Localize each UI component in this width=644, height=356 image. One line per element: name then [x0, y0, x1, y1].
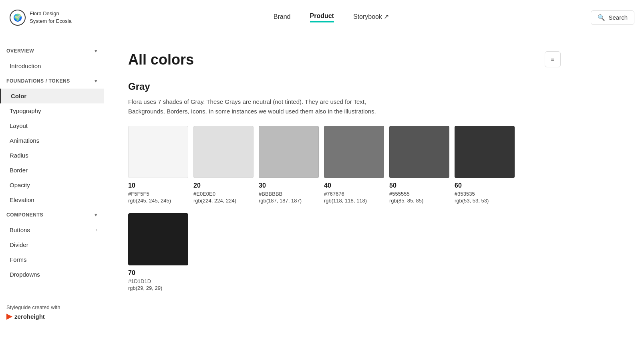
toc-button[interactable]: ≡: [545, 51, 561, 67]
swatch-box-gray-10: [128, 126, 188, 178]
nav-storybook[interactable]: Storybook ↗: [353, 13, 389, 22]
sidebar-item-typography[interactable]: Typography: [0, 103, 104, 118]
intro-label: Introduction: [10, 63, 41, 69]
swatch-gray-40: 40 #767676 rgb(118, 118, 118): [324, 126, 386, 204]
swatch-label-gray-70: 70: [128, 269, 190, 277]
components-section-header[interactable]: COMPONENTS ▾: [0, 207, 104, 222]
sidebar-item-border[interactable]: Border: [0, 163, 104, 178]
swatch-label-gray-10: 10: [128, 182, 190, 189]
swatch-hex-gray-30: #BBBBBB: [259, 191, 321, 197]
layout-label: Layout: [10, 122, 28, 129]
swatch-gray-10: 10 #F5F5F5 rgb(245, 245, 245): [128, 126, 190, 204]
logo-icon: 🌍: [10, 10, 26, 26]
swatch-rgb-gray-60: rgb(53, 53, 53): [455, 198, 517, 204]
swatch-hex-gray-40: #767676: [324, 191, 386, 197]
main-content: All colors ≡ Gray Flora uses 7 shades of…: [104, 35, 585, 336]
search-icon: 🔍: [598, 14, 605, 21]
foundations-section-header[interactable]: FOUNDATIONS / TOKENS ▾: [0, 73, 104, 89]
typography-label: Typography: [10, 107, 41, 114]
swatch-hex-gray-20: #E0E0E0: [193, 191, 256, 197]
chevron-icon: ▾: [95, 48, 97, 54]
foundations-chevron-icon: ▾: [95, 78, 97, 84]
gray-section-title: Gray: [128, 81, 561, 92]
swatch-rgb-gray-40: rgb(118, 118, 118): [324, 198, 386, 204]
logo[interactable]: 🌍 Flora Design System for Ecosia: [10, 10, 72, 26]
gray-section: Gray Flora uses 7 shades of Gray. These …: [128, 81, 561, 301]
content-header: All colors ≡: [128, 51, 561, 68]
sidebar-footer: Styleguide created with ▶ zeroheight: [0, 298, 104, 327]
swatch-box-gray-40: [324, 126, 384, 178]
sidebar-item-layout[interactable]: Layout: [0, 118, 104, 133]
page-title: All colors: [128, 51, 194, 68]
footer-brand-text: zeroheight: [14, 313, 45, 320]
search-label: Search: [608, 14, 628, 21]
overview-section-header[interactable]: OVERVIEW ▾: [0, 43, 104, 59]
sidebar-item-opacity[interactable]: Opacity: [0, 178, 104, 192]
dropdowns-label: Dropdowns: [10, 271, 40, 278]
swatch-rgb-gray-10: rgb(245, 245, 245): [128, 198, 190, 204]
elevation-label: Elevation: [10, 196, 34, 203]
swatch-label-gray-20: 20: [193, 182, 256, 189]
swatch-label-gray-30: 30: [259, 182, 321, 189]
swatch-hex-gray-60: #353535: [455, 191, 517, 197]
swatch-label-gray-40: 40: [324, 182, 386, 189]
radius-label: Radius: [10, 152, 28, 159]
swatch-rgb-gray-30: rgb(187, 187, 187): [259, 198, 321, 204]
logo-text: Flora Design System for Ecosia: [30, 10, 72, 24]
components-chevron-icon: ▾: [95, 212, 97, 218]
swatch-gray-70: 70 #1D1D1D rgb(29, 29, 29): [128, 213, 190, 291]
swatch-gray-50: 50 #555555 rgb(85, 85, 85): [389, 126, 451, 204]
swatch-box-gray-70: [128, 213, 188, 265]
sidebar-item-dropdowns[interactable]: Dropdowns: [0, 267, 104, 282]
sidebar-item-divider[interactable]: Divider: [0, 237, 104, 252]
animations-label: Animations: [10, 137, 39, 144]
buttons-arrow-icon: ›: [96, 227, 97, 233]
overview-label: OVERVIEW: [6, 48, 34, 54]
divider-label: Divider: [10, 241, 28, 248]
color-label: Color: [11, 93, 26, 99]
footer-brand[interactable]: ▶ zeroheight: [6, 312, 97, 321]
swatch-box-gray-20: [193, 126, 254, 178]
swatch-hex-gray-10: #F5F5F5: [128, 191, 190, 197]
swatch-box-gray-50: [389, 126, 449, 178]
nav-product[interactable]: Product: [310, 12, 334, 22]
swatch-rgb-gray-70: rgb(29, 29, 29): [128, 285, 190, 291]
swatch-box-gray-60: [455, 126, 515, 178]
sidebar-item-forms[interactable]: Forms: [0, 252, 104, 267]
swatch-box-gray-30: [259, 126, 319, 178]
app-body: OVERVIEW ▾ Introduction FOUNDATIONS / TO…: [0, 35, 644, 336]
swatch-rgb-gray-20: rgb(224, 224, 224): [193, 198, 256, 204]
nav-brand[interactable]: Brand: [274, 13, 291, 22]
header-right: 🔍 Search: [591, 10, 634, 25]
swatch-hex-gray-70: #1D1D1D: [128, 278, 190, 284]
swatch-gray-60: 60 #353535 rgb(53, 53, 53): [455, 126, 517, 204]
gray-section-desc: Flora uses 7 shades of Gray. These Grays…: [128, 97, 400, 116]
zeroheight-icon: ▶: [6, 312, 12, 321]
components-label: COMPONENTS: [6, 212, 43, 218]
swatch-rgb-gray-50: rgb(85, 85, 85): [389, 198, 451, 204]
footer-label: Styleguide created with: [6, 304, 60, 310]
gray-color-grid: 10 #F5F5F5 rgb(245, 245, 245) 20 #E0E0E0…: [128, 126, 561, 301]
sidebar-item-introduction[interactable]: Introduction: [0, 59, 104, 73]
sidebar-item-animations[interactable]: Animations: [0, 133, 104, 148]
foundations-label: FOUNDATIONS / TOKENS: [6, 78, 70, 84]
swatch-hex-gray-50: #555555: [389, 191, 451, 197]
sidebar-item-buttons[interactable]: Buttons ›: [0, 222, 104, 237]
swatch-gray-30: 30 #BBBBBB rgb(187, 187, 187): [259, 126, 321, 204]
toc-icon: ≡: [551, 56, 554, 63]
header: 🌍 Flora Design System for Ecosia Brand P…: [0, 0, 644, 35]
forms-label: Forms: [10, 256, 27, 263]
opacity-label: Opacity: [10, 182, 30, 188]
swatch-gray-20: 20 #E0E0E0 rgb(224, 224, 224): [193, 126, 256, 204]
search-button[interactable]: 🔍 Search: [591, 10, 634, 25]
swatch-label-gray-60: 60: [455, 182, 517, 189]
sidebar-item-color[interactable]: Color: [0, 89, 104, 103]
border-label: Border: [10, 167, 28, 174]
sidebar: OVERVIEW ▾ Introduction FOUNDATIONS / TO…: [0, 35, 104, 336]
main-nav: Brand Product Storybook ↗: [274, 12, 389, 22]
swatch-label-gray-50: 50: [389, 182, 451, 189]
buttons-label: Buttons: [10, 227, 30, 233]
sidebar-item-radius[interactable]: Radius: [0, 148, 104, 163]
sidebar-item-elevation[interactable]: Elevation: [0, 192, 104, 207]
